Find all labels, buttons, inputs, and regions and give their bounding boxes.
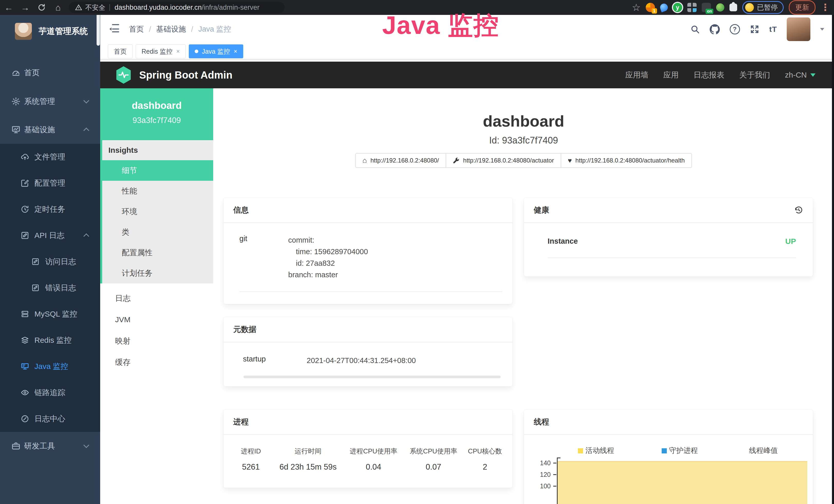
url-host: dashboard.yudao.iocoder.cn [114,4,202,12]
log-edit-icon [31,284,40,292]
address-bar[interactable]: 不安全 dashboard.yudao.iocoder.cn/infra/adm… [69,2,285,13]
sba-menu-environment[interactable]: 环境 [102,201,213,222]
sidebar-item-mysql[interactable]: MySQL 监控 [0,301,100,327]
log-edit-icon [21,231,29,240]
edit-square-icon [21,179,29,187]
history-icon[interactable] [794,205,803,215]
extension-y-icon[interactable]: y [673,3,682,12]
process-table-headers: 进程ID 运行时间 进程CPU使用率 系统CPU使用率 CPU核心数 [228,447,507,456]
tab-redis-monitor[interactable]: Redis 监控 × [136,44,186,58]
tab-home[interactable]: 首页 [108,44,133,58]
paused-profile-button[interactable]: 已暂停 [742,1,784,14]
infra-submenu: 文件管理 配置管理 定时任务 API 日志 访问日志 错误日志 [0,144,100,432]
help-icon[interactable]: ? [730,24,740,35]
sidebar-item-home[interactable]: 首页 [0,59,100,87]
sidebar-item-java-monitor[interactable]: Java 监控 [0,353,100,380]
security-label: 不安全 [85,3,105,12]
breadcrumb-infra[interactable]: 基础设施 [156,24,186,35]
extension-leaf-icon[interactable] [716,3,724,12]
window-edge [832,15,834,504]
legend-live-threads: 活动线程 [554,446,638,456]
browser-menu-icon[interactable]: ⋮ [821,2,830,13]
sba-menu-metrics[interactable]: 性能 [102,181,213,201]
home-icon: ⌂ [363,156,367,165]
chevron-up-icon [84,233,89,239]
update-button[interactable]: 更新 [789,0,815,15]
user-avatar[interactable] [787,18,810,41]
bookmark-star-icon[interactable]: ☆ [632,2,641,13]
sidebar-item-dev-tools[interactable]: 研发工具 [0,432,100,460]
font-size-icon[interactable]: tT [769,25,777,33]
sba-menu-logs[interactable]: 日志 [100,288,213,309]
monitor-chart-icon [11,125,21,134]
metadata-card: 元数据 startup 2021-04-27T00:44:31.254+08:0… [223,317,512,386]
breadcrumb-separator: / [149,25,151,33]
database-icon [21,310,29,318]
search-icon[interactable] [690,24,700,34]
service-url-button[interactable]: ⌂ http://192.168.0.2:48080/ [355,153,446,168]
extension-colorzilla-icon[interactable]: 1 [646,3,655,12]
github-icon[interactable] [710,24,720,35]
health-card: 健康 Instance UP [524,198,813,276]
extensions-puzzle-icon[interactable] [729,4,737,11]
sba-menu-details[interactable]: 细节 [102,160,213,181]
extension-switch-icon[interactable]: on [702,3,711,12]
actuator-url-button[interactable]: http://192.168.0.2:48080/actuator [446,153,561,168]
sidebar-item-access-log[interactable]: 访问日志 [0,249,100,275]
reload-icon[interactable] [35,0,49,15]
user-menu-caret-icon[interactable] [820,28,824,30]
sba-nav-wallboard[interactable]: 应用墙 [625,70,648,81]
back-icon[interactable]: ← [2,0,16,15]
sidebar-item-config[interactable]: 配置管理 [0,170,100,196]
sidebar-item-jobs[interactable]: 定时任务 [0,196,100,222]
sidebar-item-error-log[interactable]: 错误日志 [0,275,100,301]
forward-icon[interactable]: → [18,0,32,15]
sidebar-item-tracing[interactable]: 链路追踪 [0,380,100,406]
sidebar-item-redis[interactable]: Redis 监控 [0,327,100,353]
sba-instance-header[interactable]: dashboard 93a3fc7f7409 [100,88,213,140]
sba-locale-select[interactable]: zh-CN [785,71,815,79]
heart-icon: ♥ [568,157,572,165]
instance-id-subtitle: Id: 93a3fc7f7409 [213,135,834,146]
process-card: 进程 进程ID 运行时间 进程CPU使用率 系统CPU使用率 CPU核心数 52… [223,410,512,488]
breadcrumb-home[interactable]: 首页 [129,24,144,35]
sba-logo-icon[interactable] [115,66,132,84]
horizontal-scrollbar[interactable] [243,375,501,378]
sba-nav: 应用墙 应用 日志报表 关于我们 zh-CN [625,62,815,88]
sba-menu-scheduled-tasks[interactable]: 计划任务 [102,263,213,283]
extension-pin-icon[interactable] [659,3,669,12]
sba-menu-mappings[interactable]: 映射 [100,330,213,351]
sidebar-item-system[interactable]: 系统管理 [0,87,100,116]
browser-home-icon[interactable]: ⌂ [51,0,65,15]
sba-menu-classes[interactable]: 类 [102,222,213,243]
metadata-card-title: 元数据 [223,317,512,343]
legend-peak-threads: 线程峰值 [722,446,805,456]
sba-menu-jvm[interactable]: JVM [100,309,213,330]
breadcrumb-separator: / [191,25,193,33]
chevron-down-icon [810,73,815,77]
sidebar-item-infra[interactable]: 基础设施 [0,116,100,144]
eye-icon [21,388,29,397]
collapse-menu-icon[interactable] [109,24,120,35]
sba-menu-caches[interactable]: 缓存 [100,351,213,373]
sidebar-item-api-log[interactable]: API 日志 [0,222,100,249]
sba-nav-applications[interactable]: 应用 [663,70,679,81]
sidebar-item-label: Java 监控 [35,361,68,372]
app-logo-row[interactable]: 芋道管理系统 [0,15,100,48]
address-divider [109,4,110,11]
sidebar-item-log-center[interactable]: 日志中心 [0,406,100,432]
sba-nav-about[interactable]: 关于我们 [739,70,770,81]
tab-java-monitor[interactable]: Java 监控 × [189,44,243,58]
close-icon[interactable]: × [176,48,180,55]
health-url-button[interactable]: ♥ http://192.168.0.2:48080/actuator/heal… [561,153,692,168]
fullscreen-icon[interactable] [750,24,760,34]
sba-brand-title[interactable]: Spring Boot Admin [139,69,233,81]
sba-menu-config-props[interactable]: 配置属性 [102,243,213,263]
extension-grid-icon[interactable] [687,3,697,12]
cell-value: 0.07 [404,462,463,472]
active-dot-icon [195,49,198,53]
process-table-values: 5261 6d 23h 15m 59s 0.04 0.07 2 [228,462,507,472]
close-icon[interactable]: × [234,48,237,55]
sba-nav-journal[interactable]: 日志报表 [694,70,724,81]
sidebar-item-files[interactable]: 文件管理 [0,144,100,170]
